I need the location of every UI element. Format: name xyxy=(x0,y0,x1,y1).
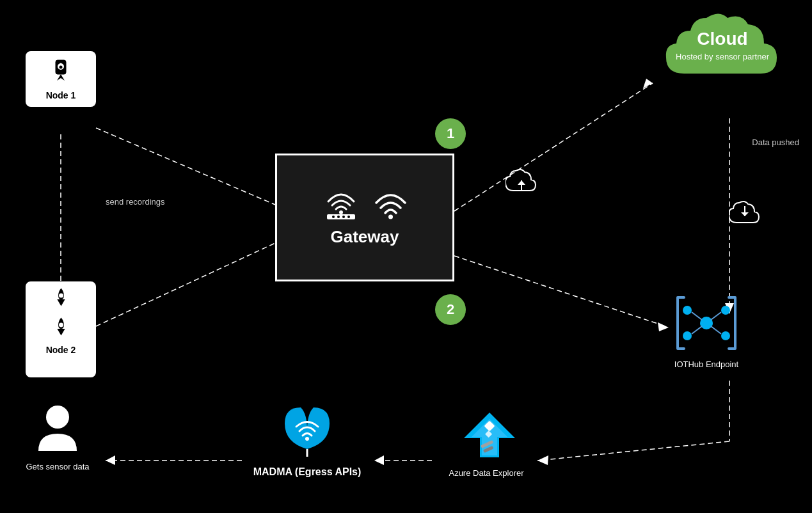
cloud-subtitle: Hosted by sensor partner xyxy=(671,52,774,61)
upload-cloud-icon xyxy=(506,166,537,198)
cloud-text: Cloud Hosted by sensor partner xyxy=(671,29,774,61)
node1-icon xyxy=(32,58,90,88)
svg-line-7 xyxy=(454,256,665,326)
svg-line-41 xyxy=(711,326,721,334)
node2-label: Node 2 xyxy=(32,345,90,355)
svg-line-39 xyxy=(711,312,721,320)
iothub-container: IOTHub Endpoint xyxy=(662,294,751,369)
svg-point-25 xyxy=(59,322,63,327)
azure-label: Azure Data Explorer xyxy=(429,468,544,478)
cloud-shape: Cloud Hosted by sensor partner xyxy=(652,6,793,90)
download-cloud-icon xyxy=(729,198,761,230)
node2-icon-b xyxy=(32,315,90,342)
svg-point-23 xyxy=(60,66,63,69)
svg-marker-17 xyxy=(518,180,525,185)
svg-line-3 xyxy=(454,83,653,211)
gateway-label: Gateway xyxy=(331,227,399,247)
node1-label: Node 1 xyxy=(32,90,90,100)
person-icon xyxy=(35,403,80,454)
svg-point-42 xyxy=(46,406,69,429)
svg-rect-27 xyxy=(327,214,355,219)
svg-marker-19 xyxy=(741,212,749,216)
node1-box: Node 1 xyxy=(26,51,96,107)
node2-icon-a xyxy=(32,286,90,313)
number-1-circle: 1 xyxy=(435,118,466,149)
wifi-icon xyxy=(373,189,408,221)
azure-container: Azure Data Explorer xyxy=(429,409,544,478)
madma-container: MADMA (Egress APIs) xyxy=(243,404,371,478)
svg-point-43 xyxy=(305,437,309,441)
svg-line-1 xyxy=(96,243,275,326)
svg-line-10 xyxy=(537,441,729,461)
number-2-circle: 2 xyxy=(435,294,466,325)
svg-point-30 xyxy=(342,216,345,218)
azure-icon xyxy=(458,409,515,461)
cloud-title: Cloud xyxy=(671,29,774,49)
data-pushed-label: Data pushed xyxy=(752,138,799,147)
svg-marker-13 xyxy=(374,455,384,465)
svg-point-33 xyxy=(700,317,713,329)
svg-line-40 xyxy=(692,326,702,334)
svg-marker-15 xyxy=(106,455,115,465)
madma-label: MADMA (Egress APIs) xyxy=(243,466,371,478)
svg-line-0 xyxy=(96,128,275,205)
svg-point-32 xyxy=(388,214,393,219)
send-recordings-label: send recordings xyxy=(106,197,165,207)
svg-point-37 xyxy=(721,331,730,340)
madma-icon xyxy=(278,404,336,459)
svg-point-28 xyxy=(332,216,335,218)
node2-box: Node 2 xyxy=(26,281,96,377)
svg-point-35 xyxy=(721,306,730,315)
svg-point-31 xyxy=(347,216,350,218)
cloud-container: Cloud Hosted by sensor partner xyxy=(633,6,812,90)
svg-point-29 xyxy=(337,216,340,218)
svg-line-38 xyxy=(692,312,702,320)
person-label: Gets sensor data xyxy=(19,462,96,471)
person-container: Gets sensor data xyxy=(19,403,96,471)
svg-point-26 xyxy=(339,210,343,214)
svg-point-34 xyxy=(683,306,692,315)
diagram: Cloud Hosted by sensor partner Data push… xyxy=(0,0,812,513)
gateway-icons xyxy=(322,189,408,221)
router-icon xyxy=(322,189,360,221)
svg-point-36 xyxy=(683,331,692,340)
gateway-box: Gateway xyxy=(275,154,454,281)
iothub-icon xyxy=(674,294,738,352)
svg-point-24 xyxy=(59,293,63,297)
iothub-label: IOTHub Endpoint xyxy=(662,359,751,369)
